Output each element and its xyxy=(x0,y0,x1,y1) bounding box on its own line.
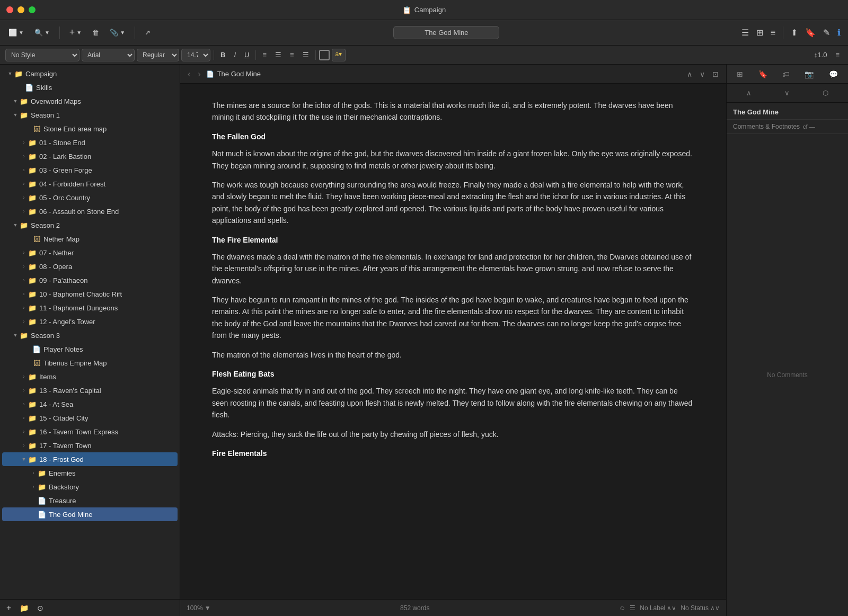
sidebar-item-03-green-forge[interactable]: › 📁 03 - Green Forge xyxy=(2,163,178,177)
view-grid-button[interactable]: ⊞ xyxy=(754,25,765,40)
close-button[interactable] xyxy=(6,6,13,13)
sidebar-item-season3[interactable]: ▼ 📁 Season 3 xyxy=(2,328,178,342)
info-button[interactable]: ℹ xyxy=(835,25,843,40)
rpanel-comment-button[interactable]: 💬 xyxy=(826,68,841,81)
document-title-field[interactable]: The God Mine xyxy=(393,26,499,39)
maximize-button[interactable] xyxy=(29,6,36,13)
align-center-button[interactable]: ☰ xyxy=(272,49,285,61)
sidebar-item-skills[interactable]: 📄 Skills xyxy=(2,81,178,94)
sidebar-item-06-assault[interactable]: › 📁 06 - Assault on Stone End xyxy=(2,204,178,218)
editor-paragraph-7: Eagle-sized animals that fly in and out … xyxy=(212,385,694,421)
sidebar-item-the-god-mine[interactable]: 📄 The God Mine xyxy=(2,507,178,521)
paperclip-icon: 📎 xyxy=(110,29,118,37)
sidebar-item-nether-map[interactable]: 🖼 Nether Map xyxy=(2,232,178,246)
sidebar-item-12-angels-tower[interactable]: › 📁 12 - Angel's Tower xyxy=(2,315,178,328)
font-size-select[interactable]: 14.7 xyxy=(181,49,210,61)
10-chevron: › xyxy=(20,291,28,297)
label-select[interactable]: No Label ∧∨ xyxy=(640,604,676,612)
new-folder-button[interactable]: 📁 xyxy=(17,604,31,612)
god-mine-icon: 📄 xyxy=(37,511,47,519)
08-icon: 📁 xyxy=(28,263,37,271)
line-spacing-button[interactable]: ↕ 1.0 xyxy=(811,49,831,61)
sidebar-item-08-opera[interactable]: › 📁 08 - Opera xyxy=(2,260,178,273)
sidebar-item-player-notes[interactable]: 📄 Player Notes xyxy=(2,342,178,356)
sidebar-item-label: Items xyxy=(39,373,173,381)
sidebar-item-campaign[interactable]: ▼ 📁 Campaign xyxy=(2,67,178,81)
rpanel-photo-button[interactable]: 📷 xyxy=(801,68,817,81)
sidebar-item-treasure[interactable]: 📄 Treasure xyxy=(2,494,178,507)
bold-button[interactable]: B xyxy=(217,49,228,61)
sidebar-item-11-baphomet-dungeons[interactable]: › 📁 11 - Baphomet Dungeons xyxy=(2,301,178,315)
skills-icon: 📄 xyxy=(24,84,34,92)
sidebar-item-season1[interactable]: ▼ 📁 Season 1 xyxy=(2,108,178,122)
sidebar-item-01-stone-end[interactable]: › 📁 01 - Stone End xyxy=(2,136,178,149)
share-button[interactable]: ↗ xyxy=(142,26,154,39)
bookmark-button[interactable]: 🔖 xyxy=(803,25,818,40)
sidebar-item-10-baphomet-rift[interactable]: › 📁 10 - Baphomet Chaotic Rift xyxy=(2,287,178,301)
sidebar-item-tiberius-map[interactable]: 🖼 Tiberius Empire Map xyxy=(2,356,178,370)
justify-button[interactable]: ☰ xyxy=(299,49,312,61)
rpanel-bookmark-button[interactable]: 🔖 xyxy=(755,68,771,81)
nav-back-button[interactable]: ‹ xyxy=(186,68,192,80)
highlight-button[interactable]: a▾ xyxy=(332,49,346,61)
sidebar-item-07-nether[interactable]: › 📁 07 - Nether xyxy=(2,246,178,260)
export-button[interactable]: ⬆ xyxy=(789,25,800,40)
emoji-button[interactable]: ☺ xyxy=(619,604,625,612)
view-text-button[interactable]: ☰ xyxy=(739,25,751,40)
status-select[interactable]: No Status ∧∨ xyxy=(681,604,720,612)
sidebar-item-17-tavern-town[interactable]: › 📁 17 - Tavern Town xyxy=(2,439,178,452)
zoom-control[interactable]: 100% ▼ xyxy=(187,604,211,612)
align-right-button[interactable]: ≡ xyxy=(287,49,297,61)
campaign-chevron: ▼ xyxy=(6,71,14,76)
rpanel-up-button[interactable]: ∧ xyxy=(742,87,756,99)
font-select[interactable]: Arial xyxy=(82,49,135,61)
sidebar-item-15-citadel-city[interactable]: › 📁 15 - Citadel City xyxy=(2,411,178,425)
word-count-toggle[interactable]: ☰ xyxy=(630,604,635,612)
options-button[interactable]: ⊙ xyxy=(35,604,46,612)
editor-content[interactable]: The mines are a source for the ichor of … xyxy=(180,84,726,599)
nav-expand-button[interactable]: ⊡ xyxy=(710,69,721,79)
nav-down-button[interactable]: ∨ xyxy=(697,69,707,79)
markup-button[interactable]: ✎ xyxy=(821,25,832,40)
sidebar-toggle-button[interactable]: ⬜ ▼ xyxy=(5,26,27,39)
add-button[interactable]: + ▼ xyxy=(66,25,85,40)
nav-forward-button[interactable]: › xyxy=(196,68,202,80)
sidebar-item-04-forbidden-forest[interactable]: › 📁 04 - Forbidden Forest xyxy=(2,177,178,191)
style-select[interactable]: No Style xyxy=(5,49,80,61)
sidebar-item-stone-end-map[interactable]: 🖼 Stone End area map xyxy=(2,122,178,136)
nav-up-button[interactable]: ∧ xyxy=(685,69,694,79)
right-panel-doc-title: The God Mine xyxy=(727,103,848,120)
sidebar-item-season2[interactable]: ▼ 📁 Season 2 xyxy=(2,218,178,232)
sidebar-item-enemies[interactable]: › 📁 Enemies xyxy=(2,466,178,480)
view-outline-button[interactable]: ≡ xyxy=(768,26,778,40)
delete-button[interactable]: 🗑 xyxy=(89,26,102,39)
13-icon: 📁 xyxy=(28,387,37,395)
minimize-button[interactable] xyxy=(17,6,24,13)
attach-button[interactable]: 📎 ▼ xyxy=(107,26,128,39)
list-button[interactable]: ≡ xyxy=(832,49,843,61)
rpanel-tag-button[interactable]: 🏷 xyxy=(779,68,793,81)
sidebar-item-items[interactable]: › 📁 Items xyxy=(2,370,178,383)
rpanel-down-button[interactable]: ∨ xyxy=(780,87,794,99)
align-left-button[interactable]: ≡ xyxy=(259,49,270,61)
search-button[interactable]: 🔍 ▼ xyxy=(31,26,53,39)
sidebar-item-18-frost-god[interactable]: ▼ 📁 18 - Frost God xyxy=(2,452,178,466)
italic-button[interactable]: I xyxy=(231,49,239,61)
sidebar-item-backstory[interactable]: › 📁 Backstory xyxy=(2,480,178,494)
line-spacing-value: 1.0 xyxy=(817,51,827,59)
sidebar-item-14-at-sea[interactable]: › 📁 14 - At Sea xyxy=(2,397,178,411)
rpanel-expand-button[interactable]: ⬡ xyxy=(818,87,833,99)
add-item-button[interactable]: + xyxy=(4,603,13,613)
sidebar-item-13-ravens-capital[interactable]: › 📁 13 - Raven's Capital xyxy=(2,383,178,397)
underline-button[interactable]: U xyxy=(241,49,252,61)
sidebar-item-09-paathaeon[interactable]: › 📁 09 - Pa'athaeon xyxy=(2,273,178,287)
font-weight-select[interactable]: Regular xyxy=(137,49,179,61)
sidebar-item-16-tavern-town-express[interactable]: › 📁 16 - Tavern Town Express xyxy=(2,425,178,439)
rpanel-format-button[interactable]: ⊞ xyxy=(734,68,746,81)
sidebar-item-02-lark-bastion[interactable]: › 📁 02 - Lark Bastion xyxy=(2,149,178,163)
text-color-swatch[interactable] xyxy=(319,50,330,60)
comment-icon: 💬 xyxy=(829,70,838,78)
sidebar-item-05-orc-country[interactable]: › 📁 05 - Orc Country xyxy=(2,191,178,204)
app-title-label: Campaign xyxy=(414,6,446,14)
sidebar-item-overworld-maps[interactable]: ▼ 📁 Overworld Maps xyxy=(2,94,178,108)
